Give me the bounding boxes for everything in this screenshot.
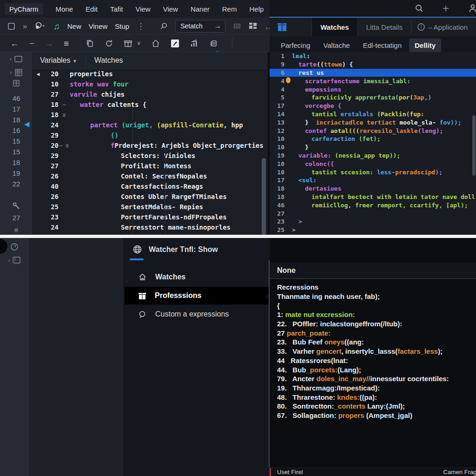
code-line[interactable]: 25SertestMdales- Repies: [33, 202, 270, 212]
list-item-professsions[interactable]: Professsions: [125, 287, 269, 304]
tab-watches[interactable]: Watches: [311, 18, 357, 36]
fold-marker[interactable]: ≡: [59, 112, 70, 118]
code-line[interactable]: 10carferaction (fet);: [270, 135, 476, 143]
line-number[interactable]: 23: [44, 213, 59, 221]
activity-grid-item[interactable]: ‹: [0, 69, 32, 76]
code-line[interactable]: 27varvile chijes: [33, 89, 270, 99]
code-line[interactable]: 18–watter caltents {: [33, 99, 270, 110]
tab-watches-left[interactable]: Watches: [94, 56, 123, 65]
line-number[interactable]: 27: [270, 210, 284, 217]
run-config-icon[interactable]: [34, 21, 46, 31]
hamburger-menu-icon[interactable]: ≡: [64, 39, 69, 48]
line-number[interactable]: 20: [44, 70, 59, 78]
code-line[interactable]: 29Sclectors: Vinioles: [33, 151, 270, 161]
code-line[interactable]: 17vorcegbe {: [270, 102, 476, 110]
line-number[interactable]: 10: [270, 160, 284, 167]
line-number[interactable]: 24: [44, 224, 59, 231]
toolbar-action-new[interactable]: New: [67, 22, 81, 30]
list-item-custom-expressions[interactable]: Custom a expressions: [123, 305, 270, 323]
line-number[interactable]: 29: [44, 132, 59, 139]
line-number[interactable]: 29: [44, 152, 59, 159]
code-line[interactable]: 23. Bub Feef oneys((ang:: [277, 337, 472, 347]
minus-icon[interactable]: −: [29, 39, 34, 48]
code-line[interactable]: 40Cartessfactions-Reags: [33, 181, 270, 192]
activity-number[interactable]: 19: [13, 168, 20, 178]
activity-number[interactable]: 46: [13, 93, 20, 104]
tab-variables[interactable]: Variables ▼: [40, 56, 77, 65]
code-line[interactable]: 10}: [270, 143, 476, 152]
package-icon[interactable]: [124, 39, 133, 48]
refresh-icon[interactable]: [105, 39, 113, 48]
line-number[interactable]: 4: [270, 78, 284, 85]
code-line[interactable]: Thanmate ing neach user, fab);: [277, 292, 472, 301]
code-line[interactable]: 26Contes Ubler RargefTMinales: [33, 192, 270, 202]
activity-number[interactable]: 18: [13, 114, 20, 125]
line-number[interactable]: 10: [270, 169, 284, 176]
code-line[interactable]: 10tastist sccesion: less-preradscipd);: [270, 168, 476, 176]
code-line[interactable]: 27Profilatt: Montess: [33, 161, 270, 171]
activity-number[interactable]: 18: [13, 157, 20, 168]
back-arrow-icon[interactable]: ←: [10, 39, 19, 48]
copy-icon[interactable]: [86, 39, 94, 48]
code-line[interactable]: 1leal:: [270, 52, 476, 60]
app-title[interactable]: PyCharm: [5, 3, 43, 15]
right-code-editor[interactable]: 1leal:9tarte((ttowe) {6rest us4scraterfe…: [270, 52, 476, 235]
line-number[interactable]: 24: [44, 121, 59, 129]
blue-cube-icon[interactable]: [277, 21, 287, 33]
left-code-editor[interactable]: ◀20propertiles10storke wav four27varvile…: [33, 69, 270, 235]
edit-pen-icon[interactable]: [171, 39, 179, 48]
code-line[interactable]: 22. POffler: inclacstongeffrom(/ltub):: [277, 319, 472, 329]
breakpoint-icon[interactable]: [286, 77, 291, 83]
subtab-edl-tectatign[interactable]: Edl-tectatign: [357, 39, 407, 52]
forward-arrow-icon[interactable]: →: [45, 39, 53, 48]
line-number[interactable]: 25: [44, 203, 59, 211]
music-note-icon[interactable]: ♫: [53, 22, 60, 31]
toolbar-action-vinew[interactable]: Vinew: [89, 22, 108, 30]
menu-item-3[interactable]: View: [135, 5, 150, 13]
line-number[interactable]: 26: [44, 172, 59, 180]
right-editor-scrollbar[interactable]: [472, 115, 476, 176]
line-number[interactable]: 17: [270, 102, 284, 109]
double-chevron-icon[interactable]: »: [23, 22, 27, 30]
code-line[interactable]: 67. Sollagaction: propers (Ampest_jgal): [277, 411, 472, 420]
line-number[interactable]: 10: [270, 144, 284, 151]
code-line[interactable]: 27 parch_poate:: [277, 328, 472, 337]
code-line[interactable]: 10storke wav four: [33, 79, 270, 89]
line-number[interactable]: 10: [270, 135, 284, 142]
code-line[interactable]: 17<sul:: [270, 176, 476, 185]
code-line[interactable]: 24partect (uriget, (apsfill-Conratie, hp…: [33, 120, 270, 130]
code-line[interactable]: 24Serresstort mane-nsinoporles: [33, 222, 270, 232]
tab-litta-details[interactable]: Litta Details: [358, 18, 411, 36]
horizontal-splitter[interactable]: [0, 235, 476, 238]
code-line[interactable]: 1: mate nut excression:: [277, 310, 472, 319]
window-icon[interactable]: [7, 22, 15, 30]
code-line[interactable]: 44 Ratessrores(lnat:: [277, 356, 472, 365]
code-line[interactable]: 4scraterfenctume imessia_labl:: [270, 77, 476, 85]
code-line[interactable]: Recressions: [277, 283, 472, 292]
line-number[interactable]: 18: [44, 101, 59, 108]
line-number[interactable]: 40: [44, 183, 59, 190]
line-number[interactable]: 26: [44, 193, 59, 200]
line-number[interactable]: 20: [44, 142, 59, 149]
code-line[interactable]: 25>: [270, 226, 476, 234]
activity-number[interactable]: 15: [13, 146, 20, 157]
line-number[interactable]: 17: [270, 177, 284, 184]
code-line[interactable]: 12contef aotal(((rercesilo_laskle(leng);: [270, 126, 476, 135]
menu-item-0[interactable]: Mone: [56, 5, 73, 13]
code-line[interactable]: 14tantisl erstalals (Packlin(fup:: [270, 110, 476, 119]
code-line[interactable]: 18dertasiues: [270, 185, 476, 193]
code-line[interactable]: 18intalfart bectect with letain tator na…: [270, 193, 476, 201]
user-icon[interactable]: [468, 3, 476, 13]
line-number[interactable]: 27: [44, 91, 59, 98]
line-number[interactable]: 10: [44, 80, 59, 88]
menu-item-7[interactable]: Help: [249, 5, 264, 13]
activity-number-lower[interactable]: 27: [0, 214, 33, 222]
code-line[interactable]: 18≡: [33, 110, 270, 120]
tab-application[interactable]: – Application: [425, 18, 476, 36]
activity-number[interactable]: 22: [13, 178, 20, 189]
code-line[interactable]: 23>: [270, 218, 476, 226]
line-number[interactable]: 5: [270, 94, 284, 101]
activity-number[interactable]: 15: [13, 136, 20, 146]
code-line[interactable]: 80. Sontrectton:_conterts Lany:(Jml);: [277, 402, 472, 411]
line-number[interactable]: 4: [270, 86, 284, 93]
